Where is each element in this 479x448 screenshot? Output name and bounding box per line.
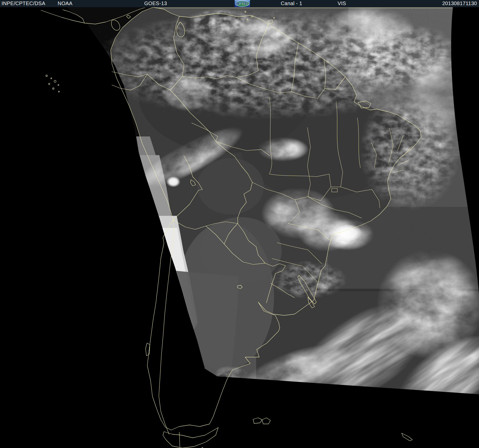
- channel-label: Canal - 1: [281, 0, 302, 7]
- agency-label: NOAA: [58, 0, 72, 7]
- timestamp-label: 201308171130: [442, 0, 477, 7]
- logo-text: CPTEC: [236, 2, 249, 6]
- cptec-logo: CPTEC: [235, 0, 250, 7]
- band-label: VIS: [338, 0, 346, 7]
- product-source-label: INPE/CPTEC/DSA: [2, 0, 45, 7]
- header-bar: INPE/CPTEC/DSA NOAA GOES-13 CPTEC Canal …: [0, 0, 479, 7]
- satellite-name-label: GOES-13: [144, 0, 167, 7]
- satellite-image: [0, 7, 479, 448]
